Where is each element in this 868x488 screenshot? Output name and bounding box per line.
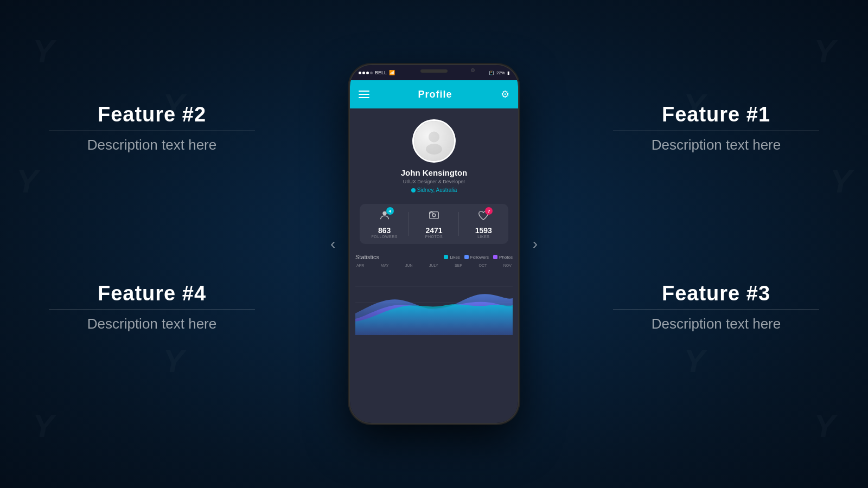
stat-photos[interactable]: 2471 PHOTOS xyxy=(409,209,458,239)
feature-3-block: Feature #3 Description text here xyxy=(613,282,819,332)
profile-section: John Kensington UI/UX Designer & Develop… xyxy=(350,108,518,198)
month-oct: OCT xyxy=(479,264,487,267)
signal-dot-2 xyxy=(362,72,365,74)
avatar-placeholder xyxy=(414,121,454,161)
status-left: BELL 📶 xyxy=(359,70,395,75)
followers-label: FOLLOWERS xyxy=(360,235,409,239)
avatar xyxy=(412,119,456,163)
feature-3-divider xyxy=(613,310,819,310)
watermark-2: Y xyxy=(814,33,835,70)
phone-screen: Profile ⚙ John Kensington xyxy=(350,80,518,423)
wifi-icon: 📶 xyxy=(389,70,395,75)
signal-dots xyxy=(359,72,373,74)
legend-followers: Followers xyxy=(464,255,489,260)
status-bar: BELL 📶 📳 22% ▮ xyxy=(350,65,518,80)
hamburger-line-3 xyxy=(359,97,369,98)
photos-label: PHOTOS xyxy=(409,235,458,239)
watermark-4: Y xyxy=(830,163,852,200)
prev-arrow[interactable]: ‹ xyxy=(330,235,335,253)
month-july: JULY xyxy=(429,264,438,267)
legend-dot-followers xyxy=(464,255,469,259)
hamburger-menu[interactable] xyxy=(359,91,369,98)
month-sep: SEP xyxy=(455,264,462,267)
month-nov: NOV xyxy=(503,264,512,267)
chart-title: Statistics xyxy=(355,254,379,260)
feature-3-title: Feature #3 xyxy=(613,282,819,305)
profile-role: UI/UX Designer & Developer xyxy=(359,179,509,184)
legend-label-followers: Followers xyxy=(470,255,489,260)
settings-icon[interactable]: ⚙ xyxy=(501,88,509,100)
stats-section: 4 863 FOLLOWERS xyxy=(360,204,508,244)
feature-3-description: Description text here xyxy=(613,316,819,332)
chart-svg xyxy=(355,270,513,335)
signal-dot-1 xyxy=(359,72,361,74)
followers-badge: 4 xyxy=(386,207,394,215)
hamburger-line-2 xyxy=(359,94,369,95)
svg-point-4 xyxy=(432,214,436,217)
avatar-wrapper xyxy=(412,119,456,163)
month-jun: JUN xyxy=(405,264,413,267)
profile-name: John Kensington xyxy=(359,168,509,177)
battery-level: 22% xyxy=(496,70,505,75)
bluetooth-icon: 📳 xyxy=(489,70,494,75)
status-right: 📳 22% ▮ xyxy=(489,70,509,75)
followers-count: 863 xyxy=(360,226,409,235)
watermark-1: Y xyxy=(33,33,54,70)
phone-speaker xyxy=(420,69,448,73)
app-title: Profile xyxy=(418,89,452,100)
feature-1-title: Feature #1 xyxy=(613,103,819,126)
feature-2-block: Feature #2 Description text here xyxy=(49,103,255,153)
watermark-10: Y xyxy=(684,342,705,380)
svg-point-2 xyxy=(382,211,386,215)
feature-1-description: Description text here xyxy=(613,137,819,153)
svg-point-1 xyxy=(426,144,442,155)
chart-section: Statistics Likes Followers Photos xyxy=(350,249,518,335)
feature-2-description: Description text here xyxy=(49,137,255,153)
app-header: Profile ⚙ xyxy=(350,80,518,108)
phone-camera xyxy=(471,68,475,72)
legend-dot-photos xyxy=(493,255,497,259)
chart-months: APR MAY JUN JULY SEP OCT NOV xyxy=(355,264,513,267)
chart-legend: Likes Followers Photos xyxy=(444,255,513,260)
legend-photos: Photos xyxy=(493,255,513,260)
legend-label-photos: Photos xyxy=(499,255,513,260)
likes-count: 1593 xyxy=(459,226,508,235)
feature-1-divider xyxy=(613,131,819,131)
avatar-silhouette xyxy=(420,127,448,155)
feature-2-divider xyxy=(49,131,255,131)
legend-label-likes: Likes xyxy=(450,255,460,260)
profile-location: Sidney, Australia xyxy=(359,187,509,193)
legend-likes: Likes xyxy=(444,255,460,260)
chart-header: Statistics Likes Followers Photos xyxy=(355,254,513,260)
likes-label: LIKES xyxy=(459,235,508,239)
chart-area xyxy=(355,270,513,335)
battery-icon: ▮ xyxy=(507,70,509,75)
feature-4-divider xyxy=(49,310,255,310)
month-may: MAY xyxy=(381,264,389,267)
signal-dot-4 xyxy=(370,72,373,74)
legend-dot-likes xyxy=(444,255,448,259)
location-text: Sidney, Australia xyxy=(417,187,457,193)
feature-1-block: Feature #1 Description text here xyxy=(613,103,819,153)
next-arrow[interactable]: › xyxy=(533,235,538,253)
stat-likes[interactable]: 7 1593 LIKES xyxy=(459,209,508,239)
phone-mockup: ‹ › BELL 📶 📳 22% ▮ xyxy=(350,65,518,423)
photos-count: 2471 xyxy=(409,226,458,235)
hamburger-line-1 xyxy=(359,91,369,92)
likes-badge: 7 xyxy=(485,207,493,215)
watermark-5: Y xyxy=(33,407,54,445)
watermark-9: Y xyxy=(163,342,184,380)
stats-wrapper: 4 863 FOLLOWERS xyxy=(354,204,514,244)
location-icon xyxy=(411,188,416,192)
photos-icon-wrapper xyxy=(428,209,440,223)
watermark-6: Y xyxy=(814,407,835,445)
month-apr: APR xyxy=(356,264,364,267)
phone-frame: BELL 📶 📳 22% ▮ Profile ⚙ xyxy=(350,65,518,423)
stat-followers[interactable]: 4 863 FOLLOWERS xyxy=(360,209,409,239)
carrier-name: BELL xyxy=(375,70,387,75)
likes-icon-wrapper: 7 xyxy=(477,209,489,223)
feature-4-block: Feature #4 Description text here xyxy=(49,282,255,332)
svg-point-0 xyxy=(429,132,439,143)
photos-icon xyxy=(428,209,440,221)
feature-4-description: Description text here xyxy=(49,316,255,332)
